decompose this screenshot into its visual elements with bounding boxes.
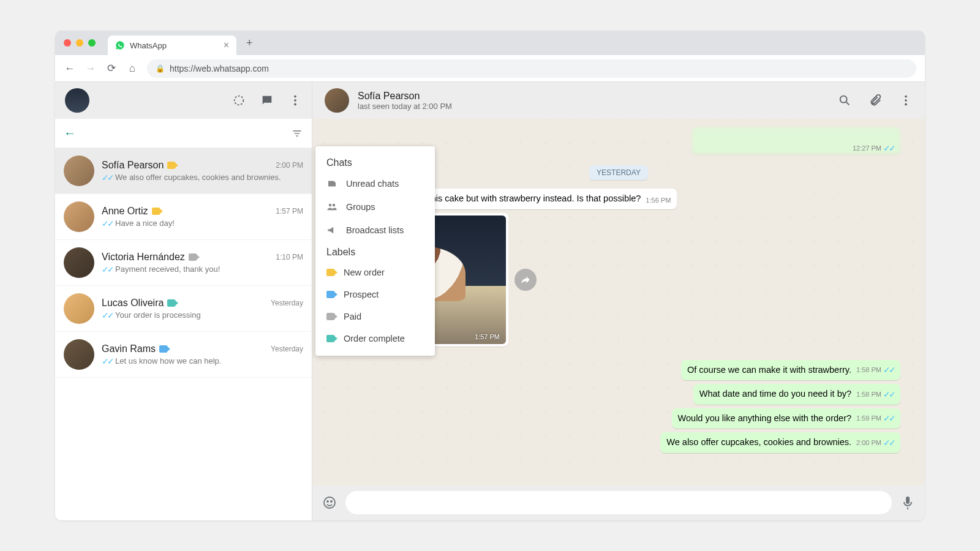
dropdown-label: Unread chats [346, 179, 399, 189]
message-composer [312, 485, 925, 520]
chat-item[interactable]: Lucas Oliveira Yesterday ✓✓ Your order i… [55, 286, 312, 332]
label-icon [326, 335, 335, 342]
message-text: We also offer cupcakes, cookies and brow… [666, 437, 851, 449]
chat-item[interactable]: Anne Ortiz 1:57 PM ✓✓ Have a nice day! [55, 194, 312, 240]
svg-point-14 [324, 497, 335, 508]
unread-icon [326, 178, 337, 189]
lock-icon: 🔒 [156, 64, 165, 73]
message-input[interactable] [345, 491, 892, 514]
dropdown-label-prospect[interactable]: Prospect [315, 283, 435, 305]
message-time: 1:56 PM [646, 196, 671, 205]
browser-window: WhatsApp × + ← → ⟳ ⌂ 🔒 https://web.whats… [55, 31, 925, 520]
label-icon [326, 291, 335, 298]
message-text: Would you like anything else with the or… [678, 413, 851, 425]
label-icon [189, 253, 197, 261]
dropdown-label-order-complete[interactable]: Order complete [315, 328, 435, 350]
search-row: ← [55, 119, 312, 148]
conversation-header[interactable]: Sofía Pearson last seen today at 2:00 PM [312, 82, 925, 119]
chat-preview: We also offer cupcakes, cookies and brow… [115, 173, 281, 182]
message-time: 1:58 PM [856, 365, 881, 375]
menu-icon[interactable] [288, 94, 302, 107]
close-window-button[interactable] [64, 39, 71, 47]
svg-point-2 [294, 99, 296, 102]
outgoing-message[interactable]: What date and time do you need it by? 1:… [693, 384, 900, 405]
megaphone-icon [326, 225, 337, 236]
svg-point-0 [235, 96, 244, 105]
contact-name: Sofía Pearson [358, 91, 452, 102]
dropdown-label: Order complete [344, 334, 405, 343]
dropdown-label-paid[interactable]: Paid [315, 305, 435, 328]
contact-status: last seen today at 2:00 PM [358, 102, 452, 111]
attach-icon[interactable] [869, 94, 882, 107]
dropdown-item-unread[interactable]: Unread chats [315, 172, 435, 195]
label-icon [152, 208, 160, 215]
search-back-button[interactable]: ← [64, 126, 76, 140]
read-receipt-icon: ✓✓ [883, 143, 894, 153]
dropdown-item-groups[interactable]: Groups [315, 195, 435, 219]
menu-icon[interactable] [899, 94, 913, 107]
dropdown-label-new-order[interactable]: New order [315, 261, 435, 283]
read-receipt-icon: ✓✓ [102, 356, 113, 366]
chat-item[interactable]: Sofía Pearson 2:00 PM ✓✓ We also offer c… [55, 148, 312, 194]
outgoing-message[interactable]: Of course we can make it with strawberry… [681, 360, 900, 381]
chat-name: Victoria Hernández [102, 252, 185, 263]
svg-point-15 [327, 501, 328, 502]
status-icon[interactable] [232, 94, 246, 107]
dropdown-item-broadcast[interactable]: Broadcast lists [315, 219, 435, 242]
read-receipt-icon: ✓✓ [883, 413, 894, 424]
message-time: 12:27 PM [853, 144, 881, 152]
outgoing-message[interactable]: Would you like anything else with the or… [672, 408, 900, 429]
home-button[interactable]: ⌂ [126, 62, 138, 75]
browser-tab[interactable]: WhatsApp × [108, 36, 236, 55]
address-bar[interactable]: 🔒 https://web.whatsapp.com [147, 59, 916, 78]
svg-point-8 [333, 204, 336, 207]
filter-dropdown: Chats Unread chats Groups Broadcast list… [315, 146, 435, 356]
dropdown-label: Broadcast lists [346, 225, 404, 235]
minimize-window-button[interactable] [76, 39, 83, 47]
chat-list: Sofía Pearson 2:00 PM ✓✓ We also offer c… [55, 148, 312, 520]
whatsapp-app: ← Sofía Pearson 2:00 PM ✓✓ We also [55, 82, 925, 520]
chat-avatar [64, 247, 94, 278]
new-tab-button[interactable]: + [246, 37, 253, 50]
browser-toolbar: ← → ⟳ ⌂ 🔒 https://web.whatsapp.com [55, 55, 925, 82]
close-tab-button[interactable]: × [224, 40, 229, 51]
read-receipt-icon: ✓✓ [102, 264, 113, 274]
message-time: 1:59 PM [856, 414, 881, 423]
forward-button[interactable] [514, 269, 537, 291]
dropdown-section-title: Chats [315, 152, 435, 172]
message-time: 1:58 PM [856, 390, 881, 399]
label-icon [326, 313, 335, 320]
outgoing-message[interactable]: We also offer cupcakes, cookies and brow… [660, 432, 900, 453]
chat-item[interactable]: Victoria Hernández 1:10 PM ✓✓ Payment re… [55, 240, 312, 286]
forward-button[interactable]: → [85, 62, 97, 75]
emoji-button[interactable] [322, 495, 337, 510]
filter-button[interactable] [291, 127, 303, 140]
contact-avatar[interactable] [325, 88, 349, 113]
svg-point-1 [294, 96, 296, 98]
whatsapp-icon [115, 40, 125, 50]
svg-point-9 [840, 96, 847, 103]
read-receipt-icon: ✓✓ [102, 310, 113, 320]
new-chat-icon[interactable] [260, 94, 274, 107]
back-button[interactable]: ← [64, 62, 76, 75]
voice-button[interactable] [900, 495, 915, 510]
label-icon [159, 345, 168, 353]
read-receipt-icon: ✓✓ [102, 173, 113, 182]
reload-button[interactable]: ⟳ [105, 62, 118, 75]
window-controls [64, 39, 96, 47]
chat-avatar [64, 339, 94, 370]
chat-preview: Have a nice day! [115, 219, 175, 228]
chat-name: Gavin Rams [102, 343, 156, 354]
profile-avatar[interactable] [65, 88, 89, 113]
dropdown-label: Prospect [344, 290, 379, 299]
chat-avatar [64, 201, 94, 232]
chat-name: Sofía Pearson [102, 160, 164, 171]
maximize-window-button[interactable] [88, 39, 96, 47]
dropdown-label: New order [344, 268, 385, 277]
chat-time: 1:10 PM [276, 253, 303, 261]
search-icon[interactable] [838, 94, 851, 107]
label-icon [326, 269, 335, 276]
chat-name: Anne Ortiz [102, 206, 148, 217]
chat-item[interactable]: Gavin Rams Yesterday ✓✓ Let us know how … [55, 332, 312, 378]
read-receipt-icon: ✓✓ [883, 437, 894, 449]
